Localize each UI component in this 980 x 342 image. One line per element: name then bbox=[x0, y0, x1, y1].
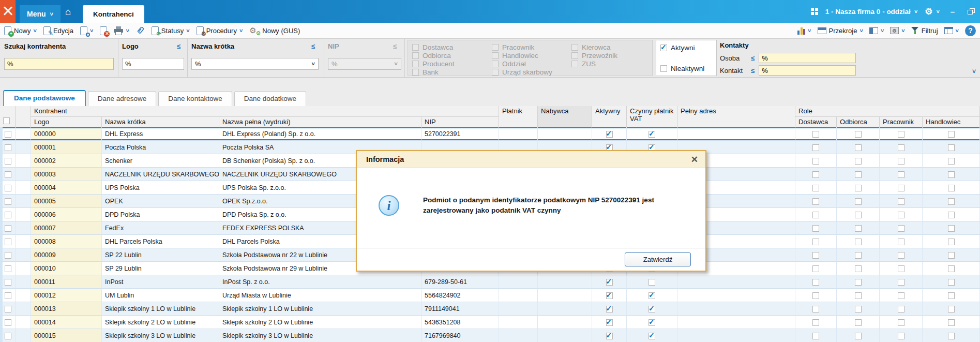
collapse-filter-chevron-icon[interactable]: ˅ bbox=[972, 68, 976, 75]
role-odbiorca-checkbox[interactable] bbox=[855, 198, 862, 205]
compare-operator-icon[interactable]: ≤ bbox=[177, 42, 180, 50]
home-icon[interactable]: ⌂ bbox=[65, 6, 71, 18]
row-select-checkbox[interactable] bbox=[5, 279, 11, 286]
role-handlowiec-checkbox[interactable] bbox=[948, 225, 955, 232]
table-options-button[interactable]: ˅ bbox=[944, 27, 959, 34]
select-all-header[interactable] bbox=[0, 106, 16, 127]
table-row[interactable]: 000012 UM Lublin Urząd Miasta w Lublinie… bbox=[0, 289, 980, 302]
menu-button[interactable]: Menu ˅ bbox=[20, 5, 61, 23]
role-pracownik-checkbox[interactable] bbox=[898, 279, 904, 286]
role-odbiorca-checkbox[interactable] bbox=[855, 131, 862, 138]
aktywny-checkbox[interactable] bbox=[606, 319, 613, 326]
czynny-vat-checkbox[interactable] bbox=[649, 319, 655, 326]
role-odbiorca-checkbox[interactable] bbox=[855, 319, 862, 326]
role-pracownik-checkbox[interactable] bbox=[898, 171, 904, 178]
active-filter-checkbox[interactable]: Aktywni bbox=[660, 44, 712, 52]
header-platnik[interactable]: Płatnik bbox=[499, 106, 538, 127]
role-pracownik-checkbox[interactable] bbox=[898, 131, 904, 138]
aktywny-checkbox[interactable] bbox=[606, 306, 613, 313]
compare-operator-icon[interactable]: ≤ bbox=[311, 42, 315, 50]
row-select-checkbox[interactable] bbox=[5, 171, 11, 178]
role-handlowiec-checkbox[interactable] bbox=[948, 252, 955, 259]
row-select-checkbox[interactable] bbox=[5, 158, 11, 165]
row-select-checkbox[interactable] bbox=[5, 239, 11, 245]
search-contractor-input[interactable] bbox=[4, 58, 114, 70]
aktywny-checkbox[interactable] bbox=[606, 333, 613, 339]
header-dostawca[interactable]: Dostawca bbox=[795, 117, 837, 128]
tab-dane-dodatkowe[interactable]: Dane dodatkowe bbox=[234, 91, 306, 106]
role-handlowiec-checkbox[interactable] bbox=[948, 319, 955, 326]
role-odbiorca-checkbox[interactable] bbox=[855, 185, 862, 191]
aktywny-checkbox[interactable] bbox=[606, 279, 613, 286]
header-pelny-adres[interactable]: Pełny adres bbox=[677, 106, 795, 127]
row-select-checkbox[interactable] bbox=[5, 252, 11, 259]
row-select-checkbox[interactable] bbox=[5, 306, 11, 313]
role-odbiorca-checkbox[interactable] bbox=[855, 158, 862, 165]
apps-grid-icon[interactable] bbox=[811, 8, 818, 15]
role-handlowiec-checkbox[interactable] bbox=[948, 212, 955, 218]
procedures-button[interactable]: ⚙ Procedury ˅ bbox=[197, 26, 243, 35]
role-odbiorca-checkbox[interactable] bbox=[855, 333, 862, 339]
role-pracownik-checkbox[interactable] bbox=[898, 144, 904, 151]
role-odbiorca-checkbox[interactable] bbox=[855, 171, 862, 178]
window-tab-kontrahenci[interactable]: Kontrahenci bbox=[83, 5, 144, 23]
role-handlowiec-checkbox[interactable] bbox=[948, 185, 955, 191]
table-row[interactable]: 000011 InPost InPost Sp. z o.o. 679-289-… bbox=[0, 275, 980, 289]
print-button[interactable]: ˅ bbox=[114, 26, 129, 35]
role-dostawca-checkbox[interactable] bbox=[812, 279, 819, 286]
role-odbiorca-checkbox[interactable] bbox=[855, 265, 862, 272]
role-odbiorca-checkbox[interactable] bbox=[855, 292, 862, 299]
app-logo-icon[interactable] bbox=[0, 0, 16, 23]
row-select-checkbox[interactable] bbox=[5, 212, 11, 218]
row-select-checkbox[interactable] bbox=[5, 131, 11, 138]
logo-filter-input[interactable] bbox=[122, 58, 184, 70]
role-handlowiec-checkbox[interactable] bbox=[948, 198, 955, 205]
role-pracownik-checkbox[interactable] bbox=[898, 319, 904, 326]
role-dostawca-checkbox[interactable] bbox=[812, 319, 819, 326]
header-nip[interactable]: NIP bbox=[421, 117, 499, 128]
person-filter-input[interactable] bbox=[759, 53, 856, 63]
role-pracownik-checkbox[interactable] bbox=[898, 158, 904, 165]
role-pracownik-checkbox[interactable] bbox=[898, 225, 904, 232]
role-dostawca-checkbox[interactable] bbox=[812, 252, 819, 259]
role-odbiorca-checkbox[interactable] bbox=[855, 306, 862, 313]
views-button[interactable]: Przekroje ˅ bbox=[818, 27, 863, 35]
role-handlowiec-checkbox[interactable] bbox=[948, 131, 955, 138]
role-pracownik-checkbox[interactable] bbox=[898, 265, 904, 272]
header-handlowiec[interactable]: Handlowiec bbox=[923, 117, 980, 128]
minimize-button[interactable]: – bbox=[947, 7, 958, 16]
role-handlowiec-checkbox[interactable] bbox=[948, 333, 955, 339]
role-handlowiec-checkbox[interactable] bbox=[948, 265, 955, 272]
tab-dane-podstawowe[interactable]: Dane podstawowe bbox=[3, 90, 86, 106]
side-panel-button[interactable]: ˅ bbox=[869, 27, 884, 34]
restore-window-button[interactable] bbox=[968, 8, 975, 14]
tab-dane-kontaktowe[interactable]: Dane kontaktowe bbox=[158, 91, 232, 106]
new-gus-button[interactable]: ⚙⚙ Nowy (GUS) bbox=[249, 26, 300, 35]
czynny-vat-checkbox[interactable] bbox=[649, 131, 655, 138]
role-dostawca-checkbox[interactable] bbox=[812, 239, 819, 245]
row-select-checkbox[interactable] bbox=[5, 225, 11, 232]
role-pracownik-checkbox[interactable] bbox=[898, 292, 904, 299]
chart-button[interactable]: ˅ bbox=[797, 27, 811, 35]
table-row[interactable]: 000015 Sklepik szkolny 3 LO w Lublinie S… bbox=[0, 329, 980, 342]
role-dostawca-checkbox[interactable] bbox=[812, 171, 819, 178]
header-nazwa-pelna[interactable]: Nazwa pełna (wydruki) bbox=[219, 117, 421, 128]
company-selector[interactable]: 1 - Nasza firma 0 - oddział ˅ bbox=[825, 8, 917, 16]
header-aktywny[interactable]: Aktywny bbox=[592, 106, 627, 127]
role-odbiorca-checkbox[interactable] bbox=[855, 212, 862, 218]
role-handlowiec-checkbox[interactable] bbox=[948, 158, 955, 165]
role-dostawca-checkbox[interactable] bbox=[812, 333, 819, 339]
help-button[interactable]: ? bbox=[965, 25, 976, 36]
inactive-filter-checkbox[interactable]: Nieaktywni bbox=[660, 65, 704, 72]
role-pracownik-checkbox[interactable] bbox=[898, 198, 904, 205]
role-handlowiec-checkbox[interactable] bbox=[948, 171, 955, 178]
confirm-button[interactable]: Zatwierdź bbox=[625, 252, 691, 266]
header-group-role[interactable]: Role bbox=[795, 106, 980, 117]
aktywny-checkbox[interactable] bbox=[606, 292, 613, 299]
role-handlowiec-checkbox[interactable] bbox=[948, 306, 955, 313]
role-dostawca-checkbox[interactable] bbox=[812, 225, 819, 232]
header-pracownik[interactable]: Pracownik bbox=[880, 117, 923, 128]
role-dostawca-checkbox[interactable] bbox=[812, 306, 819, 313]
role-odbiorca-checkbox[interactable] bbox=[855, 144, 862, 151]
grid-settings-button[interactable]: ⚙ ˅ bbox=[890, 27, 904, 34]
